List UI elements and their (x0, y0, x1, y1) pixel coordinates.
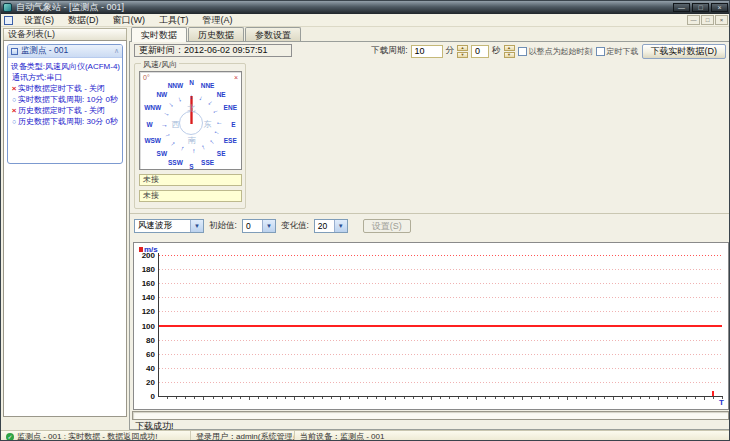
tab-1[interactable]: 历史数据 (188, 27, 244, 41)
x-minor-tick (185, 397, 186, 399)
x-minor-tick (549, 397, 550, 399)
x-minor-tick (713, 397, 714, 399)
direction-arrow-icon: → (162, 129, 171, 138)
change-value-label: 变化值: (281, 220, 309, 232)
y-tick-label-60: 60 (134, 350, 155, 359)
child-restore-button[interactable]: □ (701, 15, 714, 25)
spinner-down-icon[interactable]: ▼ (457, 52, 468, 58)
download-realtime-button[interactable]: 下载实时数据(D) (642, 44, 727, 59)
section-divider (130, 213, 730, 214)
y-tick-label-0: 0 (134, 392, 155, 401)
direction-arrow-icon: → (215, 120, 222, 127)
menu-item-0[interactable]: 设置(S) (17, 14, 61, 27)
direction-label-nne: NNE (201, 81, 215, 88)
titlebar: 自动气象站 - [监测点 - 001] — □ × (1, 1, 730, 14)
x-minor-tick (540, 397, 541, 399)
compass-cardinal-east: 东 (204, 118, 212, 129)
device-info-line-4: ×历史数据定时下载 - 关闭 (10, 105, 120, 116)
dropdown-arrow-icon[interactable]: ▼ (190, 220, 203, 232)
x-minor-tick (422, 397, 423, 399)
device-panel-header[interactable]: 监测点 - 001 ∧ (8, 45, 122, 58)
direction-arrow-icon: → (212, 129, 221, 138)
direction-label-nnw: NNW (168, 81, 184, 88)
menu-item-1[interactable]: 数据(D) (61, 14, 106, 27)
dropdown-arrow-icon[interactable]: ▼ (262, 220, 275, 232)
x-axis-label: T (719, 398, 724, 407)
spinner-down-icon[interactable]: ▼ (504, 52, 515, 58)
menu-item-4[interactable]: 管理(A) (196, 14, 240, 27)
child-minimize-button[interactable]: — (687, 15, 700, 25)
direction-arrow-icon: → (177, 144, 186, 153)
update-time-field: 更新时间：2012-06-02 09:57:51 (134, 44, 292, 57)
direction-label-wsw: WSW (144, 136, 161, 143)
wind-speed-chart: m/s T 020406080100120140160180200 (133, 242, 729, 410)
x-minor-tick (404, 397, 405, 399)
close-button[interactable]: × (711, 3, 728, 12)
initial-value-label: 初始值: (209, 220, 237, 232)
scheduled-download-label: 定时下载 (607, 46, 639, 57)
x-minor-tick (340, 397, 341, 400)
gridline-180 (159, 269, 722, 270)
spinner-up-icon[interactable]: ▲ (504, 45, 515, 51)
direction-label-e: E (231, 120, 235, 127)
statusbar-section-0: ✓监测点 - 001 : 实时数据 - 数据返回成功! (1, 431, 191, 441)
x-minor-tick (686, 397, 687, 399)
x-minor-tick (258, 397, 259, 399)
x-minor-tick (167, 397, 168, 399)
menu-item-2[interactable]: 窗口(W) (106, 14, 153, 27)
main-area: 实时数据历史数据参数设置 更新时间：2012-06-02 09:57:51 下载… (129, 27, 730, 430)
start-on-hour-checkbox[interactable] (518, 47, 527, 56)
application-window: 自动气象站 - [监测点 - 001] — □ × 设置(S)数据(D)窗口(W… (0, 0, 730, 441)
x-minor-tick (240, 397, 241, 399)
y-tick-label-100: 100 (134, 322, 155, 331)
minutes-stepper[interactable]: ▲ ▼ (457, 45, 468, 58)
seconds-stepper[interactable]: ▲ ▼ (504, 45, 515, 58)
seconds-input[interactable]: 0 (471, 45, 489, 58)
direction-label-n: N (189, 78, 194, 85)
direction-arrow-icon: → (206, 99, 216, 109)
download-controls: 下载周期: 10 分 ▲ ▼ 0 秒 ▲ ▼ 以整点为起始时刻 (371, 44, 726, 58)
minutes-input[interactable]: 10 (411, 45, 443, 58)
x-minor-tick (513, 397, 514, 399)
x-minor-tick (485, 397, 486, 399)
direction-label-w: W (146, 120, 152, 127)
sidebar: 设备列表(L) 监测点 - 001 ∧ 设备类型:风速风向仪(ACFM-4)通讯… (1, 27, 129, 430)
maximize-button[interactable]: □ (692, 3, 709, 12)
direction-label-sse: SSE (201, 159, 214, 166)
device-info-text: 实时数据定时下载 - 关闭 (18, 83, 105, 94)
spinner-up-icon[interactable]: ▲ (457, 45, 468, 51)
x-minor-tick (604, 397, 605, 399)
menu-item-3[interactable]: 工具(T) (152, 14, 196, 27)
gridline-120 (159, 311, 722, 312)
tab-0[interactable]: 实时数据 (131, 27, 187, 42)
gridline-140 (159, 297, 722, 298)
collapse-chevron-icon[interactable]: ∧ (114, 47, 119, 55)
tab-2[interactable]: 参数设置 (245, 27, 301, 41)
app-icon (3, 3, 12, 12)
update-time-value: 2012-06-02 09:57:51 (184, 45, 268, 55)
change-value: 20 (315, 221, 330, 231)
x-minor-tick (467, 397, 468, 399)
x-minor-tick (294, 397, 295, 400)
child-close-button[interactable]: × (715, 15, 728, 25)
x-minor-tick (649, 397, 650, 399)
change-value-select[interactable]: 20 ▼ (314, 219, 348, 233)
y-tick-label-40: 40 (134, 364, 155, 373)
initial-value-select[interactable]: 0 ▼ (242, 219, 276, 233)
y-tick-label-160: 160 (134, 279, 155, 288)
x-minor-tick (431, 397, 432, 400)
x-minor-tick (231, 397, 232, 399)
x-minor-tick (331, 397, 332, 399)
dropdown-arrow-icon[interactable]: ▼ (334, 220, 347, 232)
statusbar-section-2: 当前设备：监测点 - 001 (295, 431, 730, 441)
x-minor-tick (203, 397, 204, 400)
x-minor-tick (558, 397, 559, 399)
timer-icon: ○ (10, 116, 18, 127)
waveform-select[interactable]: 风速波形 ▼ (134, 219, 204, 233)
x-minor-tick (504, 397, 505, 399)
device-info-text: 实时数据下载周期: 10分 0秒 (18, 94, 118, 105)
start-on-hour-label: 以整点为起始时刻 (529, 46, 593, 57)
minimize-button[interactable]: — (673, 3, 690, 12)
settings-button[interactable]: 设置(S) (363, 219, 411, 233)
scheduled-download-checkbox[interactable] (596, 47, 605, 56)
